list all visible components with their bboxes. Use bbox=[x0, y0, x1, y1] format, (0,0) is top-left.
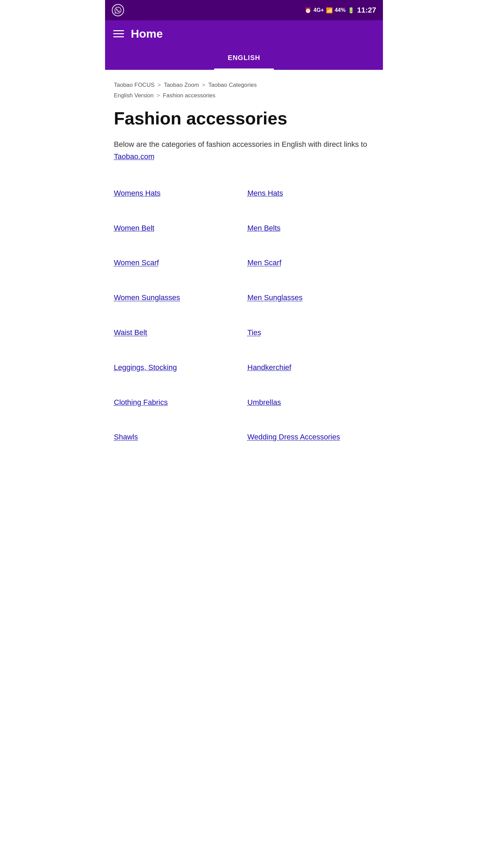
men-scarf-link[interactable]: Men Scarf bbox=[247, 252, 374, 274]
status-bar-right: ⏰ 4G+ 📶 44% 🔋 11:27 bbox=[305, 6, 376, 15]
handkerchief-link[interactable]: Handkerchief bbox=[247, 356, 374, 379]
status-bar-left bbox=[112, 4, 124, 16]
categories-grid: Womens Hats Women Belt Women Scarf Women… bbox=[114, 176, 374, 455]
status-icons: ⏰ 4G+ 📶 44% 🔋 bbox=[305, 7, 354, 14]
right-column: Mens Hats Men Belts Men Scarf Men Sungla… bbox=[244, 176, 374, 455]
list-item: Umbrellas bbox=[247, 385, 374, 420]
battery-level: 44% bbox=[335, 7, 346, 13]
women-sunglasses-link[interactable]: Women Sunglasses bbox=[114, 287, 237, 309]
left-column: Womens Hats Women Belt Women Scarf Women… bbox=[114, 176, 244, 455]
list-item: Men Scarf bbox=[247, 245, 374, 280]
breadcrumb-item-5[interactable]: Fashion accessories bbox=[163, 92, 216, 99]
list-item: Women Belt bbox=[114, 211, 237, 246]
list-item: Women Sunglasses bbox=[114, 280, 237, 315]
breadcrumb-item-4[interactable]: English Version bbox=[114, 92, 154, 99]
hamburger-line-2 bbox=[113, 33, 124, 34]
header: Home bbox=[105, 20, 383, 47]
whatsapp-icon bbox=[112, 4, 124, 16]
hamburger-menu[interactable] bbox=[113, 30, 124, 37]
men-belts-link[interactable]: Men Belts bbox=[247, 217, 374, 240]
women-scarf-link[interactable]: Women Scarf bbox=[114, 252, 237, 274]
description-text: Below are the categories of fashion acce… bbox=[114, 140, 367, 149]
womens-hats-link[interactable]: Womens Hats bbox=[114, 182, 237, 205]
alarm-icon: ⏰ bbox=[305, 7, 311, 14]
breadcrumb-item-2[interactable]: Taobao Zoom bbox=[164, 82, 199, 88]
time: 11:27 bbox=[357, 6, 376, 15]
signal-icon: 📶 bbox=[326, 7, 333, 14]
status-bar: ⏰ 4G+ 📶 44% 🔋 11:27 bbox=[105, 0, 383, 20]
list-item: Womens Hats bbox=[114, 176, 237, 211]
page-description: Below are the categories of fashion acce… bbox=[114, 138, 374, 162]
leggings-stocking-link[interactable]: Leggings, Stocking bbox=[114, 356, 237, 379]
ties-link[interactable]: Ties bbox=[247, 321, 374, 344]
tab-bar: ENGLISH bbox=[105, 47, 383, 70]
page-title: Fashion accessories bbox=[114, 109, 374, 128]
list-item: Men Belts bbox=[247, 211, 374, 246]
umbrellas-link[interactable]: Umbrellas bbox=[247, 391, 374, 414]
waist-belt-link[interactable]: Waist Belt bbox=[114, 321, 237, 344]
content-area: Taobao FOCUS > Taobao Zoom > Taobao Cate… bbox=[105, 70, 383, 465]
separator-2: > bbox=[202, 82, 207, 88]
battery-icon: 🔋 bbox=[348, 7, 354, 14]
hamburger-line-1 bbox=[113, 30, 124, 31]
network-type: 4G+ bbox=[313, 7, 324, 13]
list-item: Waist Belt bbox=[114, 315, 237, 350]
list-item: Clothing Fabrics bbox=[114, 385, 237, 420]
separator-3: > bbox=[157, 92, 162, 99]
separator-1: > bbox=[158, 82, 163, 88]
list-item: Ties bbox=[247, 315, 374, 350]
header-title: Home bbox=[131, 27, 163, 40]
list-item: Wedding Dress Accessories bbox=[247, 420, 374, 455]
list-item: Handkerchief bbox=[247, 350, 374, 385]
shawls-link[interactable]: Shawls bbox=[114, 426, 237, 449]
clothing-fabrics-link[interactable]: Clothing Fabrics bbox=[114, 391, 237, 414]
breadcrumb: Taobao FOCUS > Taobao Zoom > Taobao Cate… bbox=[114, 80, 374, 101]
men-sunglasses-link[interactable]: Men Sunglasses bbox=[247, 287, 374, 309]
list-item: Leggings, Stocking bbox=[114, 350, 237, 385]
taobao-link[interactable]: Taobao.com bbox=[114, 152, 155, 161]
hamburger-line-3 bbox=[113, 36, 124, 37]
wedding-dress-accessories-link[interactable]: Wedding Dress Accessories bbox=[247, 426, 374, 449]
tab-english[interactable]: ENGLISH bbox=[214, 47, 274, 70]
list-item: Men Sunglasses bbox=[247, 280, 374, 315]
list-item: Shawls bbox=[114, 420, 237, 455]
mens-hats-link[interactable]: Mens Hats bbox=[247, 182, 374, 205]
list-item: Mens Hats bbox=[247, 176, 374, 211]
list-item: Women Scarf bbox=[114, 245, 237, 280]
women-belt-link[interactable]: Women Belt bbox=[114, 217, 237, 240]
breadcrumb-item-3[interactable]: Taobao Categories bbox=[208, 82, 257, 88]
breadcrumb-item-1[interactable]: Taobao FOCUS bbox=[114, 82, 155, 88]
